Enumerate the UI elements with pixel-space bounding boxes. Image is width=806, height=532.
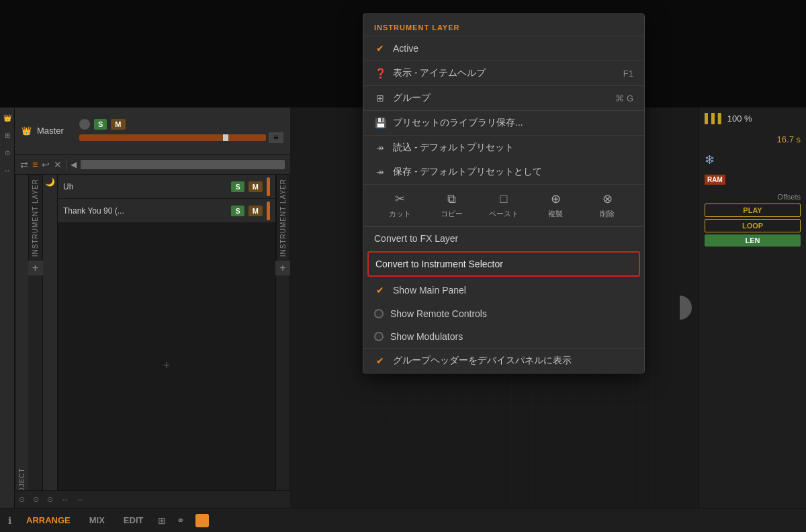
bottom-icon-4[interactable]: ↔ [61, 496, 69, 504]
close-icon[interactable]: ✕ [54, 159, 62, 170]
edit-button[interactable]: EDIT [120, 514, 148, 527]
sync-icon[interactable]: ⇄ [20, 159, 28, 170]
paste-label: ペースト [489, 209, 519, 219]
track-m-button[interactable]: M [249, 181, 263, 192]
menu-item-save-default[interactable]: ↠ 保存 - デフォルトプリセットとして [363, 160, 644, 184]
master-m-button[interactable]: M [111, 119, 125, 130]
load-default-label: 読込 - デフォルトプリセット [393, 142, 633, 154]
bottom-icon-5[interactable]: ↔ [77, 496, 84, 504]
plus-symbol: + [163, 359, 171, 373]
table-row[interactable]: Uh S M [58, 175, 275, 199]
track-panel: 👑 Master S M ≡ [15, 107, 290, 508]
cut-action[interactable]: ✂ カット [384, 191, 417, 219]
list-icon[interactable]: ≡ [32, 159, 38, 170]
help-shortcut: F1 [623, 69, 633, 79]
menu-item-show-modulators[interactable]: Show Modulators [363, 325, 644, 348]
menu-item-convert-fx[interactable]: Convert to FX Layer [363, 226, 644, 250]
grid-icon: ⊞ [374, 92, 386, 104]
duplicate-icon: ⊕ [551, 191, 561, 206]
record-button[interactable] [195, 514, 209, 527]
offsets-panel: Offsets PLAY LOOP LEN [699, 187, 806, 254]
arrange-button[interactable]: ARRANGE [22, 514, 75, 527]
track-plus-area[interactable]: + [58, 223, 275, 508]
bottom-icon-1[interactable]: ⊙ [19, 495, 25, 504]
master-circle-btn[interactable] [79, 119, 90, 130]
horizontal-scrollbar[interactable] [81, 160, 285, 169]
copy-label: コピー [441, 209, 463, 219]
save-default-label: 保存 - デフォルトプリセットとして [393, 166, 633, 178]
master-s-button[interactable]: S [94, 119, 107, 130]
master-menu-button[interactable]: ≡ [269, 132, 283, 143]
help-label: 表示 - アイテムヘルプ [393, 67, 617, 79]
bottom-icon-2[interactable]: ⊙ [33, 495, 39, 504]
undo-icon[interactable]: ↩ [42, 159, 50, 170]
grid-icon[interactable]: ⊞ [158, 515, 166, 526]
master-controls: S M ≡ [79, 119, 283, 143]
cut-label: カット [389, 209, 411, 219]
bottom-icon-3[interactable]: ⊙ [47, 495, 53, 504]
toolbar-row: ⇄ ≡ ↩ ✕ ◀ [15, 154, 290, 175]
menu-item-group[interactable]: ⊞ グループ ⌘ G [363, 85, 644, 110]
checkmark-icon: ✔ [374, 42, 386, 54]
convert-selector-label: Convert to Instrument Selector [375, 259, 632, 269]
volume-percentage: 100 % [727, 114, 752, 124]
menu-item-load-default[interactable]: ↠ 読込 - デフォルトプリセット [363, 135, 644, 160]
menu-title: INSTRUMENT LAYER [374, 24, 459, 32]
copy-icon: ⧉ [447, 192, 456, 206]
menu-item-save-library[interactable]: 💾 プリセットのライブラリ保存... [363, 110, 644, 135]
table-row[interactable]: Thank You 90 (... S M [58, 199, 275, 223]
group-shortcut: ⌘ G [615, 93, 633, 103]
question-icon: ❓ [374, 67, 386, 79]
active-label: Active [393, 43, 633, 54]
load-icon: ↠ [374, 142, 386, 154]
track-s-button[interactable]: S [231, 181, 244, 192]
link-icon[interactable]: ⚭ [177, 515, 185, 526]
loop-offset-button[interactable]: LOOP [705, 219, 801, 232]
track-m-button-2[interactable]: M [249, 206, 263, 216]
group-header-check-icon: ✔ [374, 355, 386, 367]
volume-display: ▌▌▌ 100 % [699, 107, 806, 129]
remote-radio [374, 309, 384, 318]
paste-action[interactable]: □ ペースト [487, 192, 521, 219]
toolbar-divider [66, 159, 66, 170]
paste-icon: □ [500, 192, 508, 206]
fader-knob [223, 134, 228, 141]
modulators-radio [374, 332, 384, 341]
track-color-bar [267, 177, 270, 196]
duplicate-label: 複製 [548, 209, 563, 219]
mix-button[interactable]: MIX [85, 514, 109, 527]
menu-item-active[interactable]: ✔ Active [363, 36, 644, 60]
len-offset-button[interactable]: LEN [705, 234, 801, 247]
menu-item-help[interactable]: ❓ 表示 - アイテムヘルプ F1 [363, 60, 644, 85]
menu-item-show-remote[interactable]: Show Remote Controls [363, 302, 644, 325]
track-name-2: Thank You 90 (... [63, 206, 227, 216]
time-display: 16.7 s [699, 129, 806, 150]
delete-action[interactable]: ⊗ 削除 [590, 191, 624, 219]
scroll-arrow[interactable]: ◀ [71, 160, 77, 169]
master-fader[interactable] [79, 134, 266, 141]
right-panel: ▌▌▌ 100 % 16.7 s ❄ RAM Offsets PLAY LOOP… [699, 107, 806, 508]
sidebar-icon-3: ⊙ [0, 145, 15, 160]
sidebar-icon-4: ↔ [0, 163, 15, 177]
save-library-label: プリセットのライブラリ保存... [393, 117, 633, 129]
duplicate-action[interactable]: ⊕ 複製 [539, 191, 572, 219]
copy-action[interactable]: ⧉ コピー [435, 192, 469, 219]
crown-icon: 👑 [21, 126, 32, 136]
menu-item-show-main[interactable]: ✔ Show Main Panel [363, 278, 644, 302]
track-s-button-2[interactable]: S [231, 206, 244, 216]
play-offset-button[interactable]: PLAY [705, 204, 801, 217]
layer-add-button-2[interactable]: + [275, 261, 290, 275]
snowflake-icon: ❄ [705, 153, 715, 167]
info-icon[interactable]: ℹ [8, 515, 11, 526]
menu-item-convert-selector[interactable]: Convert to Instrument Selector [367, 251, 640, 277]
layers-area: PROJECT INSTRUMENT LAYER + 🌙 Uh S M [15, 175, 290, 508]
group-header-label: グループヘッダーをデバイスパネルに表示 [393, 355, 633, 367]
track-name: Uh [63, 182, 227, 191]
menu-item-group-header[interactable]: ✔ グループヘッダーをデバイスパネルに表示 [363, 348, 644, 373]
main-panel-check-icon: ✔ [374, 284, 386, 296]
sidebar-icon-1: 👑 [0, 110, 15, 125]
project-label: PROJECT [15, 175, 28, 508]
layer-add-button-1[interactable]: + [28, 261, 43, 275]
moon-icon: 🌙 [45, 177, 55, 187]
track-list: Uh S M Thank You 90 (... S M + [58, 175, 275, 508]
